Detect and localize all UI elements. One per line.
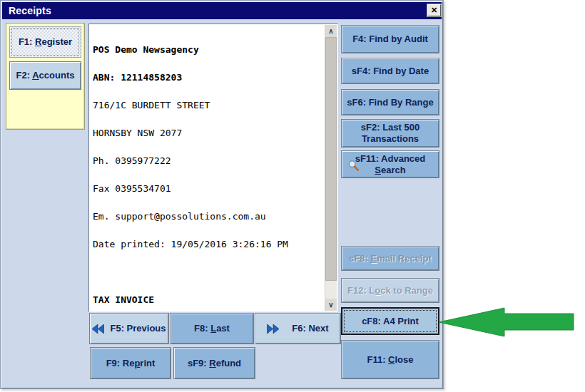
receipt-line: TAX INVOICE bbox=[93, 295, 322, 304]
title-bar: Receipts bbox=[2, 2, 442, 19]
double-chevron-left-icon bbox=[92, 324, 104, 334]
screen: Receipts ✕ F1: Register F2: Accounts POS… bbox=[0, 0, 585, 392]
receipt-line bbox=[93, 267, 322, 277]
receipt-line: HORNSBY NSW 2077 bbox=[93, 128, 322, 138]
receipt-line: POS Demo Newsagency bbox=[93, 45, 322, 54]
f1-register-button[interactable]: F1: Register bbox=[9, 26, 81, 58]
f2-accounts-button[interactable]: F2: Accounts bbox=[9, 61, 81, 90]
chevron-up-icon: ∧ bbox=[328, 28, 333, 35]
find-by-audit-button[interactable]: F4: Find by Audit bbox=[341, 25, 439, 53]
lock-to-range-button: F12: Lock to Range bbox=[341, 278, 439, 303]
chevron-down-icon: ∨ bbox=[328, 301, 333, 309]
a4-print-button[interactable]: cF8: A4 Print bbox=[341, 307, 439, 335]
find-by-date-button[interactable]: sF4: Find by Date bbox=[341, 58, 439, 84]
window-title: Receipts bbox=[2, 5, 51, 16]
receipt-line: Em. support@possolutions.com.au bbox=[93, 212, 322, 221]
receipt-line: Ph. 0395977222 bbox=[93, 156, 322, 165]
receipt-line: 716/1C BURDETT STREET bbox=[93, 100, 322, 110]
last-button[interactable]: F8: Last bbox=[170, 313, 254, 344]
search-icon bbox=[347, 160, 360, 172]
receipt-text: POS Demo Newsagency ABN: 12114858203 716… bbox=[93, 26, 322, 310]
receipt-line: Date printed: 19/05/2016 3:26:16 PM bbox=[93, 239, 322, 249]
receipt-line: Fax 0395534701 bbox=[93, 184, 322, 193]
scroll-up-button[interactable]: ∧ bbox=[325, 25, 337, 37]
scrollbar-thumb[interactable] bbox=[325, 37, 337, 281]
reprint-button[interactable]: F9: Reprint bbox=[90, 347, 171, 379]
find-by-range-button[interactable]: sF6: Find By Range bbox=[341, 89, 439, 115]
previous-button[interactable]: F5: Previous bbox=[89, 313, 169, 344]
advanced-search-button[interactable]: sF11: Advanced Search bbox=[341, 150, 439, 178]
close-window-button[interactable]: F11: Close bbox=[341, 340, 439, 379]
next-button[interactable]: F6: Next bbox=[255, 313, 341, 344]
receipt-line: ABN: 12114858203 bbox=[93, 73, 322, 82]
green-arrow-annotation bbox=[438, 307, 575, 337]
refund-button[interactable]: sF9: Refund bbox=[173, 347, 255, 379]
double-chevron-right-icon bbox=[267, 324, 279, 334]
receipt-viewer: POS Demo Newsagency ABN: 12114858203 716… bbox=[88, 24, 338, 312]
receipt-scrollbar[interactable]: ∧ ∨ bbox=[325, 25, 337, 311]
last-500-transactions-button[interactable]: sF2: Last 500 Transactions bbox=[341, 119, 439, 148]
email-receipt-button: sF8: Email Receipt bbox=[341, 246, 439, 271]
scroll-down-button[interactable]: ∨ bbox=[325, 299, 337, 311]
close-icon: ✕ bbox=[431, 6, 437, 15]
close-button[interactable]: ✕ bbox=[427, 4, 441, 16]
